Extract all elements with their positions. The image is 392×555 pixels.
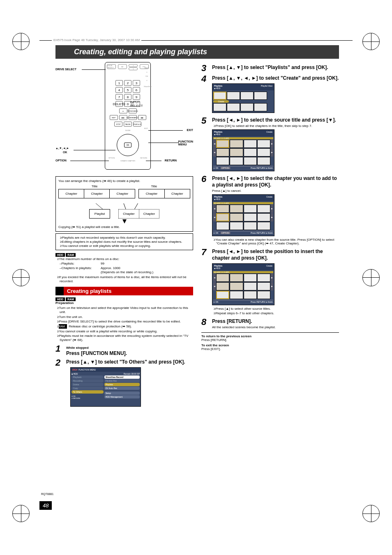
step7-heading: Press [◄, ►] to select the position to i… (212, 249, 339, 261)
ch-up: ∧ (129, 64, 138, 67)
exceed-note: ≥If you exceed the maximum numbers of it… (55, 275, 193, 284)
arrow-down-icon (122, 219, 127, 223)
label-drive-select: DRIVE SELECT (55, 68, 76, 71)
note: ≥Playlists are not recorded separately s… (58, 236, 190, 240)
pause-btn: PAUSE (124, 122, 132, 127)
step1-heading: Press [FUNCTION MENU]. (66, 350, 193, 357)
title-label-2: Title (151, 184, 157, 188)
function-menu-screen: DIGA FUNCTION MENU ■ HDD Playback Record… (70, 367, 141, 407)
return-small: RETURN (140, 157, 147, 159)
footer-prev-h: To return to the previous screen (201, 334, 339, 338)
step2-heading: Press [▲, ▼] to select "To Others" and p… (66, 359, 193, 366)
prep-item: ≥Playlists must be made in accordance wi… (55, 334, 193, 343)
step-number: 4 (201, 74, 210, 115)
label-function-menu: FUNCTION MENU (178, 140, 193, 146)
skip-prev: SKIP (110, 115, 118, 120)
drive-select-btn: DRIVE SELECT (107, 64, 116, 69)
prep-item: ≥You cannot create or edit a playlist wh… (55, 329, 193, 334)
label-ok: OK (63, 151, 67, 154)
create-chapter-small: CREATE CHAPTER (105, 160, 150, 162)
chapter-cell: Chapter (84, 189, 110, 198)
create-screen-1: Playlists■ HDDCreate 001 ARD 11:15 ARD ◄… (212, 129, 274, 171)
step-number: 2 (55, 358, 64, 408)
footer-exit: Press [EXIT]. (201, 347, 339, 351)
search-rew: SLOW/SEARCH (129, 115, 137, 120)
create-screen-2: Playlists■ HDDCreate 001 ARD 11:15 ARD ◄… (212, 194, 274, 236)
footer-exit-h: To exit the screen (201, 343, 339, 347)
step1-pre: While stopped (66, 346, 193, 350)
crop-mark (12, 269, 30, 286)
step4-heading: Press [▲, ▼, ◄, ►] to select "Create" an… (212, 75, 339, 82)
side-labels: PAGE ∧ CH ∨ ShowView (144, 65, 150, 90)
play-btn: PLAY/x1.3 (133, 122, 141, 127)
label-exit: EXIT (187, 129, 193, 131)
footer-prev: Press [RETURN]. (201, 338, 339, 342)
guide-label-small: GUIDE (105, 129, 150, 131)
crop-mark (12, 505, 30, 522)
title-label-1: Title (92, 184, 98, 188)
create-screen-3: Playlists■ HDDCreate 001 ARD 11:15 ARD ◄… (212, 263, 274, 305)
header-text: EH575.book Page 48 Tuesday, January 30, … (52, 38, 141, 42)
crop-mark (362, 33, 380, 50)
step-number: 3 (201, 64, 210, 73)
step7-note1: ≥Press [▲] to select other source titles… (212, 307, 339, 311)
step3-heading: Press [▲, ▼] to select "Playlists" and p… (212, 64, 339, 71)
step6-note: ≥You can also create a new chapter from … (212, 238, 339, 245)
max-items-line: ≥The maximum number of items on a disc: (55, 257, 193, 261)
page-number: 48 (39, 501, 52, 510)
search-fwd: ▶▶ (138, 115, 146, 120)
prep-item: ≥RAM Release disc or cartridge protectio… (55, 324, 193, 329)
input-select-key: INPUT SELECT (133, 101, 140, 107)
step-number: 5 (201, 116, 210, 173)
hdd-badge: HDD (55, 297, 65, 301)
note: ≥Editing chapters in a playlist does not… (58, 240, 190, 244)
prep-item: ≥Press [DRIVE SELECT] to select the driv… (55, 320, 193, 324)
remote-diagram: DRIVE SELECT AV ∧ ∨ VOL PAGE ∧ CH (55, 62, 193, 173)
dpad: OK (117, 134, 139, 156)
crop-mark (362, 269, 380, 286)
crop-mark (12, 33, 30, 50)
step-number: 1 (55, 344, 64, 357)
ram-badge: RAM (66, 297, 76, 301)
step6-pre: Press [▲] to cancel. (212, 189, 339, 193)
step5-note: ≥Press [OK] to select all the chapters i… (212, 124, 339, 128)
label-return: RETURN (165, 159, 177, 162)
stop-btn: STOP (114, 122, 122, 127)
chapter-cell: Chapter (110, 189, 135, 198)
depends-note: (Depends on the state of recording.) (55, 270, 193, 274)
header-rule: EH575.book Page 48 Tuesday, January 30, … (39, 40, 353, 41)
ok-btn: OK (124, 143, 131, 147)
hdd-badge: HDD (55, 253, 65, 257)
step8-heading: Press [RETURN]. (212, 318, 339, 325)
prep-item: ≥Turn on the television and select the a… (55, 306, 193, 315)
av-btn: AV (118, 64, 127, 69)
playlist-chapter: Chapter (119, 210, 139, 218)
prep-heading: Preparation (55, 301, 193, 305)
note: ≥You cannot create or edit playlists whi… (58, 244, 190, 248)
option-small: OPTION (108, 157, 115, 159)
footer-box: To return to the previous screen Press [… (201, 332, 339, 351)
notes-box: ≥Playlists are not recorded separately s… (55, 233, 193, 250)
rec-btn: ● (119, 108, 127, 113)
ch-down: ∨ (129, 67, 138, 70)
playlist-chapter: Chapter (139, 210, 159, 218)
playlist-view-screen: Playlists■ HDDPlaylist View Create (212, 83, 274, 113)
chapter-cell: Chapter (139, 189, 164, 198)
chapter-diagram: You can arrange the chapters (➡ 46) to c… (55, 176, 193, 232)
step-number: 7 (201, 248, 210, 315)
crop-mark (362, 505, 380, 522)
prep-item: ≥Turn the unit on. (55, 315, 193, 319)
step-number: 6 (201, 175, 210, 246)
skip-next: ▶▶| (119, 115, 127, 120)
step8-note: All the selected scenes become the playl… (212, 325, 339, 329)
delete-key: DELETE (115, 101, 123, 107)
label-option: OPTION (55, 159, 67, 162)
step7-note2: ≥Repeat steps 6–7 to add other chapters. (212, 311, 339, 315)
prog-btn: PROG/CHECK (129, 108, 137, 113)
label-arrows: ▲,▼,◄,► (55, 147, 69, 150)
page-title: Creating, editing and playing playlists (55, 45, 339, 59)
ram-badge: RAM (66, 253, 76, 257)
step5-heading: Press [◄, ►] to select the source title … (212, 117, 339, 124)
diagram-intro: You can arrange the chapters (➡ 46) to c… (58, 179, 190, 183)
step-number: 8 (201, 318, 210, 330)
